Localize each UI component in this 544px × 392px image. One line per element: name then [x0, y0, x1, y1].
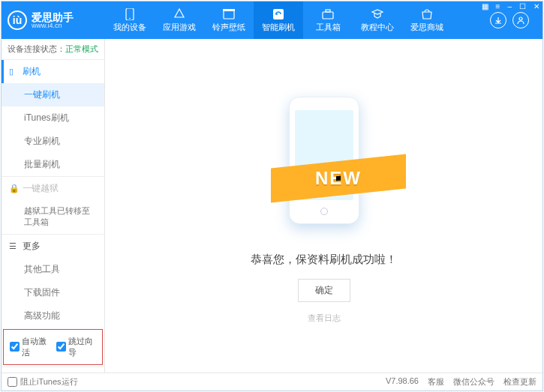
status-label: 设备连接状态：: [8, 44, 65, 53]
flash-icon: [272, 8, 285, 20]
nav-tutorials[interactable]: 教程中心: [353, 1, 402, 39]
success-message: 恭喜您，保资料刷机成功啦！: [251, 253, 397, 267]
section-more[interactable]: ☰ 更多: [2, 235, 104, 258]
close-button[interactable]: ✕: [532, 1, 541, 11]
version-text: V7.98.66: [386, 376, 419, 388]
svg-rect-4: [273, 9, 284, 19]
main-nav: 我的设备 应用游戏 铃声壁纸 智能刷机 工具箱: [105, 1, 490, 39]
wechat-link[interactable]: 微信公众号: [453, 376, 494, 388]
status-value: 正常模式: [65, 44, 98, 53]
svg-rect-6: [326, 10, 330, 12]
main-content: NEW 恭喜您，保资料刷机成功啦！ 确定 查看日志: [105, 39, 542, 373]
svg-point-1: [129, 17, 131, 19]
settings-icon[interactable]: ≡: [494, 1, 502, 11]
more-icon: ☰: [9, 241, 18, 251]
svg-rect-5: [323, 12, 333, 19]
success-illustration: NEW: [275, 88, 373, 238]
header: ▦ ≡ – ☐ ✕ iù 爱思助手 www.i4.cn 我的设备: [2, 1, 542, 39]
toolbox-icon: [321, 8, 335, 20]
section-label: 一键越狱: [23, 182, 59, 195]
nav-flash[interactable]: 智能刷机: [254, 1, 303, 39]
store-icon: [420, 8, 434, 20]
checkbox-label: 跳过向导: [68, 336, 97, 358]
skip-guide-checkbox[interactable]: 跳过向导: [56, 336, 97, 358]
user-button[interactable]: [512, 12, 529, 28]
section-label: 刷机: [23, 65, 41, 78]
section-flash[interactable]: ▯ 刷机: [2, 60, 104, 83]
nav-apps[interactable]: 应用游戏: [155, 1, 204, 39]
customer-service-link[interactable]: 客服: [428, 376, 444, 388]
logo-icon: iù: [8, 10, 27, 30]
apps-icon: [173, 8, 186, 20]
sidebar-item-oneclick-flash[interactable]: 一键刷机: [2, 83, 104, 106]
nav-label: 教程中心: [361, 22, 394, 33]
nav-my-device[interactable]: 我的设备: [105, 1, 155, 39]
wallpaper-icon: [222, 8, 236, 20]
device-status: 设备连接状态：正常模式: [2, 39, 104, 59]
options-highlighted: 自动激活 跳过向导: [3, 329, 103, 365]
app-title: 爱思助手: [32, 12, 74, 22]
window-controls: ▦ ≡ – ☐ ✕: [480, 1, 541, 11]
lock-icon: 🔒: [9, 184, 18, 193]
sidebar-item-advanced[interactable]: 高级功能: [2, 304, 104, 328]
nav-label: 我的设备: [113, 22, 146, 33]
download-button[interactable]: [490, 12, 506, 28]
phone-small-icon: ▯: [9, 67, 18, 76]
nav-label: 智能刷机: [262, 22, 295, 33]
sidebar-item-other-tools[interactable]: 其他工具: [2, 258, 104, 281]
svg-point-7: [519, 17, 522, 20]
sidebar-item-download-firmware[interactable]: 下载固件: [2, 281, 104, 304]
view-log-link[interactable]: 查看日志: [308, 313, 341, 324]
footer: 阻止iTunes运行 V7.98.66 客服 微信公众号 检查更新: [2, 373, 542, 391]
nav-toolbox[interactable]: 工具箱: [303, 1, 353, 39]
app-subtitle: www.i4.cn: [32, 22, 74, 29]
maximize-button[interactable]: ☐: [518, 1, 527, 11]
nav-label: 铃声壁纸: [212, 22, 245, 33]
section-jailbreak: 🔒 一键越狱: [2, 177, 104, 200]
app-logo: iù 爱思助手 www.i4.cn: [8, 10, 105, 30]
auto-activate-checkbox[interactable]: 自动激活: [10, 336, 50, 358]
sidebar-item-pro-flash[interactable]: 专业刷机: [2, 130, 104, 153]
nav-ringtones[interactable]: 铃声壁纸: [204, 1, 254, 39]
nav-label: 工具箱: [316, 22, 341, 33]
sidebar: 设备连接状态：正常模式 ▯ 刷机 一键刷机 iTunes刷机 专业刷机 批量刷机…: [2, 39, 105, 373]
sidebar-item-batch-flash[interactable]: 批量刷机: [2, 153, 104, 176]
phone-icon: [123, 8, 137, 20]
block-itunes-checkbox[interactable]: 阻止iTunes运行: [8, 376, 78, 388]
nav-store[interactable]: 爱思商城: [402, 1, 452, 39]
minimize-button[interactable]: –: [506, 1, 513, 11]
menu-icon[interactable]: ▦: [480, 1, 490, 11]
nav-label: 爱思商城: [410, 22, 443, 33]
svg-rect-3: [223, 9, 235, 11]
checkbox-label: 阻止iTunes运行: [20, 376, 78, 388]
checkbox-label: 自动激活: [22, 336, 50, 358]
tutorial-icon: [371, 8, 384, 20]
nav-label: 应用游戏: [163, 22, 196, 33]
ok-button[interactable]: 确定: [298, 279, 350, 302]
sidebar-item-itunes-flash[interactable]: iTunes刷机: [2, 106, 104, 130]
check-update-link[interactable]: 检查更新: [503, 376, 536, 388]
section-label: 更多: [23, 240, 41, 253]
jailbreak-note: 越狱工具已转移至工具箱: [2, 200, 104, 234]
connected-device[interactable]: ▯iPhone 12 mini 64GB Down-12mini-13,1: [2, 367, 104, 373]
